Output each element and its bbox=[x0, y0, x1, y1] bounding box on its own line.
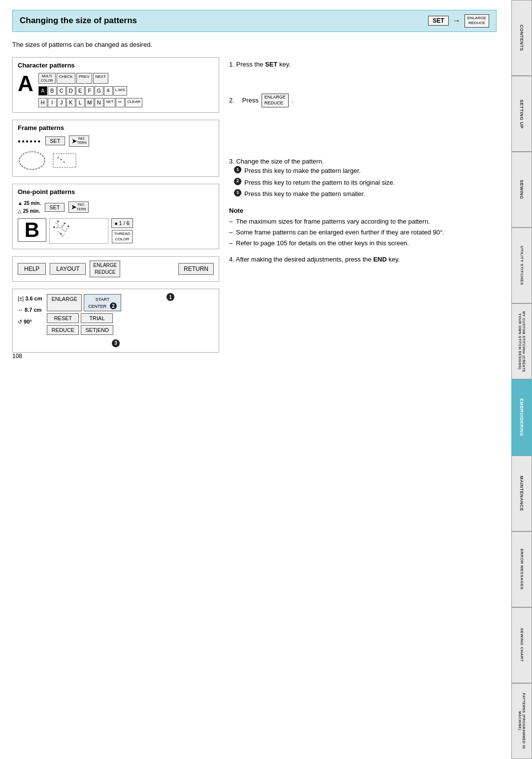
sidebar-tab-patterns[interactable]: PATTERNS (PROGRAMMED IN MACHINE) bbox=[511, 683, 532, 759]
nav-screen: HELP LAYOUT ENLARGE REDUCE RETURN bbox=[12, 256, 219, 282]
svg-point-3 bbox=[61, 159, 62, 160]
onepoint-patterns-title: One-point patterns bbox=[18, 188, 214, 196]
frame-patterns-title: Frame patterns bbox=[18, 124, 214, 132]
emb-measurements: [±] 3.6 cm ↔ 8.7 cm ↺ 90° bbox=[18, 294, 42, 327]
multi-color-btn[interactable]: MULTICOLOR bbox=[38, 73, 56, 84]
big-char-display: A bbox=[18, 73, 33, 95]
help-btn[interactable]: HELP bbox=[18, 263, 46, 275]
substep-1: 1 Press this key to make the pattern lar… bbox=[229, 166, 497, 176]
sidebar-tab-utility-stitches[interactable]: UTILITY STITCHES bbox=[511, 228, 532, 303]
char-L-ms[interactable]: L M/S bbox=[113, 86, 128, 96]
enlarge-reduce-nav-btn[interactable]: ENLARGE REDUCE bbox=[90, 261, 120, 277]
char-scissors[interactable]: ✂ bbox=[116, 98, 125, 107]
frame-pat-tern-btn[interactable]: ➤ PAT-TERN bbox=[69, 135, 89, 146]
sidebar-tab-error-messages[interactable]: ERROR MESSAGES bbox=[511, 531, 532, 607]
emb-btn-row-1: ENLARGE STARTCENTER 2 bbox=[47, 294, 121, 312]
char-M[interactable]: M bbox=[85, 98, 94, 107]
char-A[interactable]: A bbox=[38, 86, 47, 96]
char-row-2: H I J K L M N SET ✂ CLEAR bbox=[38, 98, 142, 107]
frame-set-btn[interactable]: SET bbox=[45, 136, 65, 145]
arrow-right-icon: → bbox=[453, 16, 461, 25]
emb-btn-row-2: RESET TRIAL bbox=[47, 313, 121, 323]
embroidery-screen: 1 [±] 3.6 cm ↔ 8.7 cm ↺ bbox=[12, 289, 219, 353]
set-end-btn[interactable]: SET|END bbox=[81, 325, 113, 335]
char-E[interactable]: E bbox=[76, 86, 85, 96]
arrow-pat-icon: ➤ bbox=[71, 136, 77, 145]
frame-shapes-row bbox=[18, 150, 214, 171]
prev-btn[interactable]: PREV bbox=[76, 73, 92, 84]
char-row-1: A B C D E F G & L M/S bbox=[38, 86, 142, 96]
note-list: The maximum sizes for frame patterns var… bbox=[229, 217, 497, 248]
two-col-layout: Character patterns A MULTICOLOR CHECK PR… bbox=[12, 57, 497, 360]
reduce-btn[interactable]: REDUCE bbox=[47, 325, 79, 335]
return-btn[interactable]: RETURN bbox=[178, 263, 214, 275]
page-title: Changing the size of patterns bbox=[20, 16, 137, 26]
char-J[interactable]: J bbox=[57, 98, 66, 107]
step2: 2. Press ENLARGEREDUCE . bbox=[229, 94, 497, 107]
char-L[interactable]: L bbox=[76, 98, 85, 107]
substep-num-2: 2 bbox=[234, 178, 241, 185]
sidebar-tab-my-custom-stitch[interactable]: MY CUSTOM STITCHtm (CREATE YOUR OWN STIT… bbox=[511, 303, 532, 379]
sidebar-tab-maintenance[interactable]: MAINTENANCE bbox=[511, 456, 532, 531]
sidebar-tab-contents[interactable]: CONTENTS bbox=[511, 0, 532, 76]
sidebar-tab-embroidering[interactable]: EMBROIDERING bbox=[511, 379, 532, 455]
layout-btn[interactable]: LAYOUT bbox=[50, 263, 86, 275]
substep-num-1: 1 bbox=[234, 166, 241, 173]
substep-num-3: 3 bbox=[234, 189, 241, 197]
nav-btns-left: HELP LAYOUT ENLARGE REDUCE bbox=[18, 261, 120, 277]
char-C[interactable]: C bbox=[57, 86, 66, 96]
sidebar-tab-sewing[interactable]: SEWING bbox=[511, 152, 532, 228]
start-center-btn[interactable]: STARTCENTER 2 bbox=[84, 294, 121, 312]
header-right: SET → ENLARGE REDUCE bbox=[428, 14, 489, 28]
char-I[interactable]: I bbox=[48, 98, 57, 107]
onepoint-detail: B bbox=[18, 218, 214, 244]
trial-btn[interactable]: TRIAL bbox=[81, 313, 113, 323]
note-item-1: The maximum sizes for frame patterns var… bbox=[229, 217, 497, 226]
next-btn[interactable]: NEXT bbox=[93, 73, 108, 84]
thread-color-box: THREAD COLOR bbox=[112, 230, 133, 243]
svg-point-0 bbox=[19, 152, 45, 169]
step4: 4. After making the desired adjustments,… bbox=[229, 255, 497, 264]
frame-display-top: ●●●●●● SET ➤ PAT-TERN bbox=[18, 135, 214, 146]
onepoint-pat-tern-btn[interactable]: ➤ PAT-TERN bbox=[68, 201, 89, 212]
sidebar-tab-setting-up[interactable]: SETTING UP bbox=[511, 76, 532, 152]
svg-point-18 bbox=[60, 233, 62, 234]
color-indicators: ■ 1 / 6 THREAD COLOR bbox=[111, 218, 133, 243]
char-amp[interactable]: & bbox=[104, 86, 113, 96]
char-B[interactable]: B bbox=[48, 86, 57, 96]
onepoint-set-btn[interactable]: SET bbox=[45, 203, 64, 212]
svg-line-11 bbox=[66, 228, 67, 232]
frame-shape-dotted-rect bbox=[50, 150, 79, 171]
intro-text: The sizes of patterns can be changed as … bbox=[12, 41, 497, 48]
time-display: ▲ 25 min. △ 25 min. bbox=[18, 199, 41, 215]
char-display: A MULTICOLOR CHECK PREV NEXT A B C D bbox=[18, 73, 214, 108]
svg-point-17 bbox=[54, 226, 55, 228]
set-key-box: SET bbox=[428, 16, 448, 26]
char-K[interactable]: K bbox=[66, 98, 75, 107]
character-patterns-section: Character patterns A MULTICOLOR CHECK PR… bbox=[12, 57, 219, 113]
enlarge-btn[interactable]: ENLARGE bbox=[47, 294, 82, 312]
char-D[interactable]: D bbox=[66, 86, 75, 96]
enlarge-reduce-inline: ENLARGEREDUCE bbox=[262, 94, 289, 107]
substep-3: 3 Press this key to make the pattern sma… bbox=[229, 189, 497, 199]
char-N[interactable]: N bbox=[95, 98, 103, 107]
svg-point-4 bbox=[64, 161, 65, 163]
char-H[interactable]: H bbox=[38, 98, 47, 107]
stitch-svg bbox=[50, 219, 108, 243]
svg-line-5 bbox=[55, 222, 59, 225]
char-set[interactable]: SET bbox=[104, 98, 116, 107]
check-btn[interactable]: CHECK bbox=[57, 73, 75, 84]
page-number: 108 bbox=[12, 353, 22, 360]
page-header: Changing the size of patterns SET → ENLA… bbox=[12, 10, 497, 32]
onepoint-top-row: ▲ 25 min. △ 25 min. SET ➤ PAT-TERN bbox=[18, 199, 214, 215]
reset-btn[interactable]: RESET bbox=[47, 313, 79, 323]
svg-point-19 bbox=[67, 225, 69, 227]
char-clear[interactable]: CLEAR bbox=[125, 98, 142, 107]
char-G[interactable]: G bbox=[95, 86, 103, 96]
sidebar-tab-sewing-chart[interactable]: SEWING CHART bbox=[511, 607, 532, 683]
char-F[interactable]: F bbox=[85, 86, 94, 96]
num3-label: 3 bbox=[18, 339, 214, 347]
emb-buttons: ENLARGE STARTCENTER 2 RESET TRIAL REDUCE bbox=[47, 294, 121, 335]
note-title: Note bbox=[229, 207, 497, 214]
stitch-preview bbox=[49, 218, 108, 244]
